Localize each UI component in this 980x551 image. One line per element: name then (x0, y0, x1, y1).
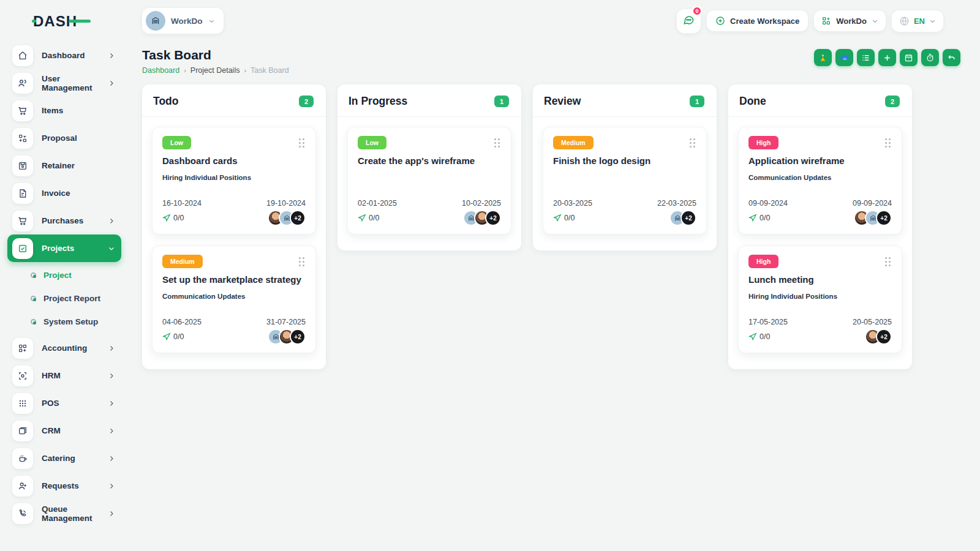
breadcrumb-project-details[interactable]: Project Details (190, 66, 240, 75)
assignee-avatars: +2 (865, 329, 892, 345)
column-count-badge: 1 (690, 96, 704, 107)
google-drive-button[interactable] (814, 49, 832, 66)
avatar-more-badge: +2 (290, 329, 306, 345)
grid-icon (821, 16, 831, 26)
calendar-button[interactable] (900, 49, 918, 66)
priority-badge: Low (162, 136, 191, 149)
kebab-menu-icon[interactable] (884, 255, 892, 269)
workspace-logo-icon (146, 11, 165, 31)
priority-badge: High (748, 136, 778, 149)
chevron-down-icon (208, 18, 215, 24)
messages-button[interactable]: 0 (677, 9, 701, 33)
task-title: Create the app's wireframe (358, 156, 501, 166)
language-selector[interactable]: EN (892, 10, 943, 32)
assignee-avatars: +2 (268, 210, 306, 226)
chevron-down-icon (108, 245, 115, 252)
sidebar-item-projects[interactable]: Projects (7, 234, 121, 262)
onedrive-button[interactable] (835, 49, 853, 66)
task-card[interactable]: Medium Set up the marketplace strategy C… (152, 246, 316, 353)
task-milestone: Communication Updates (748, 174, 892, 182)
submenu-item-project[interactable]: Project (7, 263, 121, 287)
chevron-right-icon (108, 217, 115, 225)
kebab-menu-icon[interactable] (298, 255, 306, 269)
kebab-menu-icon[interactable] (884, 136, 892, 150)
sidebar-item-catering[interactable]: Catering (7, 444, 121, 472)
sidebar-item-invoice[interactable]: Invoice (7, 179, 121, 207)
sidebar-item-purchases[interactable]: Purchases (7, 207, 121, 234)
assignee-avatars: +2 (854, 210, 892, 226)
chevron-right-icon (108, 372, 115, 380)
chevron-right-icon (108, 510, 115, 517)
submenu-dot-icon (31, 296, 36, 301)
task-end-date: 09-09-2024 (853, 199, 892, 208)
column-done: Done 2 High Application wireframe Commun… (728, 84, 912, 369)
submenu-item-system-setup[interactable]: System Setup (7, 310, 121, 333)
layout-icon (12, 421, 33, 441)
task-start-date: 04-06-2025 (162, 318, 202, 326)
sidebar-item-items[interactable]: Items (7, 97, 121, 124)
task-card[interactable]: High Lunch meeting Hiring Individual Pos… (738, 246, 902, 353)
column-todo: Todo 2 Low Dashboard cards Hiring Indivi… (142, 84, 326, 369)
priority-badge: Medium (553, 136, 594, 149)
send-icon (553, 214, 562, 222)
timer-button[interactable] (921, 49, 939, 66)
task-card[interactable]: Low Dashboard cards Hiring Individual Po… (152, 127, 316, 234)
task-card[interactable]: Medium Finish the logo design 20-03-2025… (543, 127, 707, 234)
breadcrumb-current: Task Board (251, 66, 289, 75)
sidebar-item-accounting[interactable]: Accounting (7, 334, 121, 362)
page-actions (814, 49, 960, 66)
task-card[interactable]: Low Create the app's wireframe 02-01-202… (347, 127, 511, 234)
back-button[interactable] (943, 49, 960, 66)
kebab-menu-icon[interactable] (688, 136, 696, 150)
sidebar-item-requests[interactable]: Requests (7, 472, 121, 500)
kebab-menu-icon[interactable] (493, 136, 501, 150)
submenu-dot-icon (31, 272, 36, 278)
column-count-badge: 2 (885, 96, 900, 107)
coffee-cup-icon (12, 448, 33, 469)
chevron-down-icon (929, 18, 936, 24)
task-title: Application wireframe (748, 156, 892, 166)
add-task-button[interactable] (878, 49, 896, 66)
cart-icon (12, 100, 33, 121)
proposal-icon (12, 128, 33, 149)
app-logo: DASH (0, 9, 129, 42)
column-count-badge: 1 (494, 96, 509, 107)
app-switcher[interactable]: WorkDo (814, 10, 886, 31)
retainer-icon (12, 156, 33, 176)
task-card[interactable]: High Application wireframe Communication… (738, 127, 902, 234)
sidebar-item-queue-management[interactable]: Queue Management (7, 500, 121, 527)
sidebar-item-crm[interactable]: CRM (7, 417, 121, 444)
sidebar-item-pos[interactable]: POS (7, 389, 121, 417)
sidebar-item-dashboard[interactable]: Dashboard (7, 42, 121, 69)
submenu-item-project-report[interactable]: Project Report (7, 287, 121, 310)
send-icon (748, 332, 757, 341)
task-title: Finish the logo design (553, 156, 696, 166)
task-end-date: 19-10-2024 (266, 199, 306, 208)
task-progress: 0/0 (553, 214, 575, 222)
sidebar-item-retainer[interactable]: Retainer (7, 152, 121, 179)
task-end-date: 31-07-2025 (266, 318, 306, 326)
kebab-menu-icon[interactable] (298, 136, 306, 150)
dots-grid-icon (12, 393, 33, 414)
sidebar-item-proposal[interactable]: Proposal (7, 124, 121, 152)
breadcrumb-dashboard[interactable]: Dashboard (142, 66, 179, 75)
create-workspace-button[interactable]: Create Workspace (707, 10, 808, 31)
messages-badge: 0 (692, 6, 702, 16)
task-milestone (358, 174, 501, 182)
chevron-down-icon (872, 18, 878, 24)
avatar-more-badge: +2 (876, 329, 892, 345)
sidebar-nav: Dashboard User Management Items Proposal (0, 42, 129, 527)
sidebar-item-hrm[interactable]: HRM (7, 362, 121, 389)
chat-icon (683, 14, 695, 28)
list-view-button[interactable] (857, 49, 875, 66)
chevron-right-icon (108, 482, 115, 490)
avatar-more-badge: +2 (290, 210, 306, 226)
avatar-more-badge: +2 (680, 210, 696, 226)
task-start-date: 17-05-2025 (748, 318, 788, 326)
globe-icon (899, 16, 910, 26)
workspace-selector[interactable]: WorkDo (142, 8, 224, 34)
task-end-date: 22-03-2025 (657, 199, 696, 208)
sidebar-item-user-management[interactable]: User Management (7, 69, 121, 97)
task-milestone: Hiring Individual Positions (162, 174, 306, 182)
check-square-icon (12, 238, 33, 259)
